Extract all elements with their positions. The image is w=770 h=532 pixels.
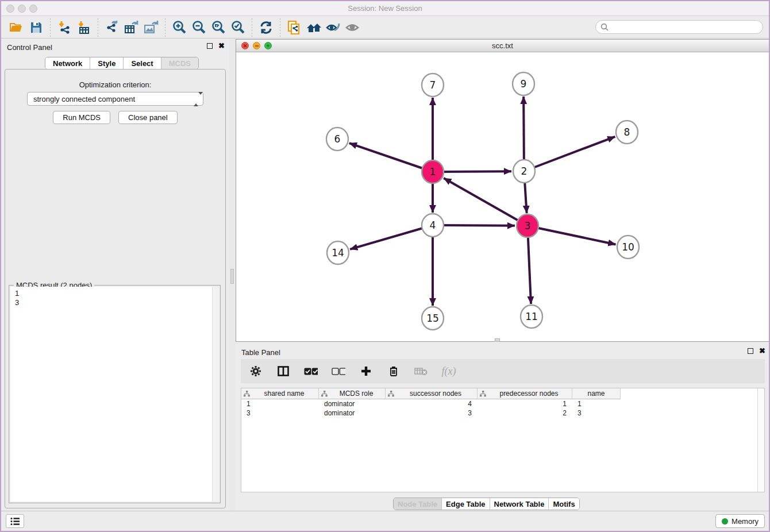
network-canvas[interactable]: 7968124314101511 (236, 52, 769, 341)
show-eye-icon[interactable] (343, 19, 363, 36)
graph-node-7[interactable]: 7 (422, 74, 444, 97)
tab-edge-table[interactable]: Edge Table (442, 498, 490, 510)
search-field[interactable] (595, 20, 763, 34)
table-row[interactable]: 3dominator323 (241, 408, 757, 418)
toolbar-separator (252, 18, 252, 37)
table-cell[interactable]: 3 (572, 408, 621, 418)
close-panel-button[interactable]: Close panel (118, 111, 178, 124)
table-cell[interactable]: 1 (241, 399, 319, 408)
vertical-splitter[interactable] (229, 39, 236, 511)
zoom-in-icon[interactable] (170, 19, 189, 36)
import-network-icon[interactable] (55, 19, 74, 36)
graph-node-1[interactable]: 1 (422, 160, 444, 183)
table-options-gear-icon[interactable] (249, 364, 263, 378)
zoom-out-icon[interactable] (189, 19, 209, 36)
network-graph[interactable]: 7968124314101511 (236, 52, 769, 342)
edge-3-10[interactable] (528, 226, 615, 244)
tab-network[interactable]: Network (45, 57, 90, 69)
edge-1-6[interactable] (349, 143, 433, 172)
tab-node-table[interactable]: Node Table (394, 498, 442, 510)
edge-4-14[interactable] (350, 225, 433, 249)
table-cell[interactable]: 4 (386, 399, 478, 408)
hide-annotations-eye-icon[interactable] (324, 19, 343, 36)
tab-network-table[interactable]: Network Table (490, 498, 549, 510)
deselect-all-icon[interactable] (332, 364, 345, 378)
search-input[interactable] (609, 22, 763, 32)
edge-1-2[interactable] (433, 171, 511, 172)
tab-select[interactable]: Select (124, 57, 161, 69)
table-cell[interactable]: 3 (386, 408, 478, 418)
close-table-panel-icon[interactable]: ✖ (759, 348, 765, 354)
tab-motifs[interactable]: Motifs (549, 498, 579, 510)
column-label: successor nodes (394, 390, 477, 398)
table-cell[interactable]: 3 (241, 408, 319, 418)
graph-node-2[interactable]: 2 (513, 160, 535, 183)
table-cell[interactable]: dominator (319, 408, 386, 418)
table-cell[interactable]: 1 (478, 399, 572, 408)
toolbar-separator (50, 18, 51, 37)
table-scrollbar-track[interactable] (757, 388, 764, 492)
network-resize-grip[interactable] (495, 338, 500, 342)
edge-4-3[interactable] (433, 225, 515, 226)
control-panel-title: Control Panel (7, 43, 52, 52)
column-header-name[interactable]: name (572, 388, 621, 399)
export-table-icon[interactable] (122, 19, 141, 36)
refresh-icon[interactable] (256, 19, 276, 36)
show-column-icon[interactable] (276, 364, 290, 378)
mcds-result-groupbox: MCDS result (2 nodes) 13 (9, 285, 221, 503)
window-title: Session: New Session (1, 4, 769, 13)
graph-node-4[interactable]: 4 (422, 214, 444, 237)
network-window-titlebar[interactable]: ✕ + scc.txt (236, 40, 769, 52)
result-scrollbar-track[interactable] (212, 287, 219, 502)
table-cell[interactable]: 1 (572, 399, 621, 408)
graph-node-3[interactable]: 3 (517, 214, 538, 237)
task-history-button[interactable] (6, 514, 24, 528)
graph-node-8[interactable]: 8 (616, 121, 638, 144)
run-mcds-button[interactable]: Run MCDS (53, 111, 110, 124)
toolbar-separator (280, 18, 280, 37)
edge-3-1[interactable] (444, 178, 528, 226)
graph-node-10[interactable]: 10 (617, 236, 639, 259)
close-panel-icon[interactable]: ✖ (218, 43, 225, 49)
zoom-selected-icon[interactable] (228, 19, 248, 36)
column-header-MCDS-role[interactable]: MCDS role (319, 388, 386, 399)
graph-node-14[interactable]: 14 (327, 241, 349, 264)
tab-style[interactable]: Style (90, 57, 124, 69)
select-all-check-icon[interactable] (304, 364, 318, 378)
table-row[interactable]: 1dominator411 (241, 399, 757, 408)
float-table-panel-icon[interactable] (748, 348, 753, 354)
column-header-shared-name[interactable]: shared name (241, 388, 319, 399)
float-panel-icon[interactable] (207, 43, 213, 49)
svg-text:2: 2 (521, 165, 528, 177)
graph-node-9[interactable]: 9 (513, 72, 534, 95)
table-cell[interactable]: 2 (478, 408, 572, 418)
delete-column-trash-icon[interactable] (387, 364, 401, 378)
save-session-icon[interactable] (26, 19, 46, 36)
table-body: 1dominator4113dominator323 (241, 399, 757, 418)
table-panel-tabs: Node TableEdge TableNetwork TableMotifs (393, 498, 580, 510)
create-column-plus-icon[interactable] (359, 364, 373, 378)
criterion-value: strongly connected component (33, 95, 135, 103)
mcds-result-textarea[interactable]: 13 (10, 287, 219, 502)
criterion-dropdown[interactable]: strongly connected component (27, 92, 203, 106)
open-file-icon[interactable] (7, 19, 26, 36)
control-panel: Control Panel ✖ NetworkStyleSelectMCDS O… (1, 39, 229, 511)
memory-button[interactable]: Memory (715, 514, 765, 528)
home-views-icon[interactable] (304, 19, 324, 36)
export-network-icon[interactable] (102, 19, 122, 36)
tab-mcds[interactable]: MCDS (161, 57, 198, 69)
zoom-fit-icon[interactable] (209, 19, 228, 36)
export-image-icon[interactable] (141, 19, 161, 36)
graph-node-11[interactable]: 11 (521, 305, 542, 328)
graph-node-15[interactable]: 15 (422, 307, 444, 330)
edge-2-8[interactable] (524, 137, 615, 171)
column-header-successor-nodes[interactable]: successor nodes (386, 388, 478, 399)
graph-node-6[interactable]: 6 (326, 128, 348, 151)
network-view-window: ✕ + scc.txt 7968124314101511 (236, 39, 769, 342)
import-table-icon[interactable] (74, 19, 94, 36)
delete-table-disabled-icon (414, 364, 428, 378)
table-cell[interactable]: dominator (319, 399, 386, 408)
column-header-predecessor-nodes[interactable]: predecessor nodes (478, 388, 572, 399)
duplicate-network-icon[interactable] (284, 19, 304, 36)
splitter-grip[interactable] (230, 269, 234, 284)
